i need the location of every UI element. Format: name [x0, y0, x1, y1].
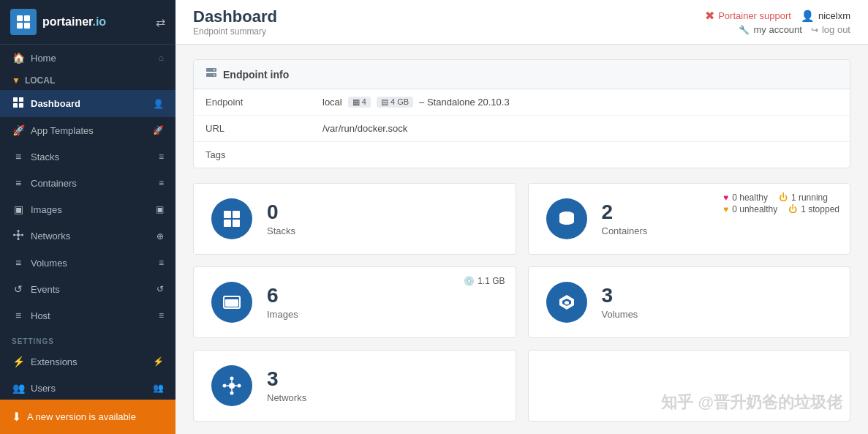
- logo: portainer.io: [10, 9, 106, 35]
- svg-point-33: [230, 392, 234, 395]
- stacks-count: 0: [267, 201, 498, 224]
- sidebar-item-volumes[interactable]: ≡ Volumes ≡: [0, 250, 176, 276]
- containers-right-icon: ≡: [159, 178, 164, 188]
- dashboard-grid: 0 Stacks 2 Containers: [193, 183, 850, 422]
- volumes-card-info: 3 Volumes: [602, 285, 833, 320]
- app-templates-right-icon: 🚀: [153, 125, 164, 135]
- user-icon: 👤: [801, 10, 815, 23]
- sidebar-item-dashboard[interactable]: Dashboard 👤: [0, 90, 176, 117]
- running-icon: ⏻: [779, 192, 788, 203]
- topbar-right: ✖ Portainer support 👤 nicelxm 🔧 my accou…: [705, 9, 850, 35]
- watermark: 知乎 @晋升奶爸的垃圾佬: [661, 392, 842, 414]
- support-label: Portainer support: [718, 10, 791, 21]
- watermark-card: 知乎 @晋升奶爸的垃圾佬: [528, 350, 851, 422]
- images-size: 1.1 GB: [478, 276, 505, 286]
- log-out-link[interactable]: ↪ log out: [811, 24, 850, 35]
- home-icon: 🏠: [12, 52, 25, 64]
- topbar-left: Dashboard Endpoint summary: [193, 7, 277, 37]
- sidebar-item-users[interactable]: 👥 Users 👥: [0, 375, 176, 400]
- images-card-info: 6 Images: [267, 285, 498, 320]
- standalone-label: – Standalone 20.10.3: [419, 97, 510, 108]
- svg-point-8: [17, 233, 20, 236]
- url-row: URL /var/run/docker.sock: [194, 116, 850, 142]
- images-card[interactable]: 6 Images 💿 1.1 GB: [193, 266, 516, 338]
- svg-rect-1: [24, 15, 30, 21]
- endpoint-info-table: Endpoint local ▦ 4 ▤ 4 GB – Standalo: [194, 89, 850, 168]
- my-account-link[interactable]: 🔧 my account: [739, 24, 801, 35]
- sidebar-item-containers[interactable]: ≡ Containers ≡: [0, 170, 176, 196]
- url-value: /var/run/docker.sock: [311, 116, 850, 142]
- stacks-card[interactable]: 0 Stacks: [193, 183, 516, 255]
- endpoint-info-body: Endpoint local ▦ 4 ▤ 4 GB – Standalo: [194, 89, 850, 168]
- tags-row: Tags: [194, 142, 850, 168]
- stacks-card-info: 0 Stacks: [267, 201, 498, 236]
- dashboard-label: Dashboard: [31, 98, 80, 109]
- svg-rect-4: [13, 97, 18, 102]
- volumes-icon: ≡: [12, 257, 25, 269]
- cpu-icon: ▦: [352, 97, 360, 106]
- transfer-icon[interactable]: ⇄: [156, 15, 165, 29]
- endpoint-label: Endpoint: [194, 89, 311, 116]
- app-templates-label: App Templates: [31, 125, 94, 136]
- wrench-icon: 🔧: [739, 25, 750, 35]
- svg-point-31: [229, 383, 235, 389]
- sidebar-navigation: 🏠 Home ⌂ ▼ LOCAL Dashboard: [0, 45, 176, 400]
- app-templates-icon: 🚀: [12, 124, 25, 136]
- bolt-icon: ▼: [12, 75, 20, 86]
- sidebar-item-events[interactable]: ↺ Events ↺: [0, 276, 176, 302]
- svg-point-19: [214, 70, 215, 71]
- containers-icon: ≡: [12, 177, 25, 189]
- users-icon: 👥: [12, 382, 25, 394]
- endpoint-row: Endpoint local ▦ 4 ▤ 4 GB – Standalo: [194, 89, 850, 116]
- svg-rect-0: [17, 15, 23, 21]
- svg-rect-24: [233, 220, 240, 227]
- healthy-icon: ♥: [723, 192, 728, 203]
- volumes-label: Volumes: [31, 258, 67, 269]
- svg-rect-3: [24, 23, 30, 29]
- containers-card[interactable]: 2 Containers ♥ 0 healthy ⏻ 1 running ♥ 0…: [528, 183, 851, 255]
- users-right-icon: 👥: [153, 383, 164, 393]
- sidebar-header: portainer.io ⇄: [0, 0, 176, 45]
- svg-point-9: [18, 230, 20, 232]
- mem-icon: ▤: [381, 97, 388, 106]
- page-subtitle: Endpoint summary: [193, 26, 277, 37]
- sidebar: portainer.io ⇄ 🏠 Home ⌂ ▼ LOCAL: [0, 0, 176, 434]
- healthy-count: 0 healthy: [732, 192, 768, 203]
- endpoint-info-title: Endpoint info: [223, 69, 289, 81]
- networks-label: Networks: [267, 392, 498, 403]
- sidebar-item-app-templates[interactable]: 🚀 App Templates 🚀: [0, 117, 176, 143]
- svg-rect-21: [224, 211, 231, 218]
- sidebar-item-extensions[interactable]: ⚡ Extensions ⚡: [0, 348, 176, 375]
- networks-card[interactable]: 3 Networks: [193, 350, 516, 422]
- new-version-label: A new version is available: [27, 411, 136, 422]
- volumes-count: 3: [602, 285, 833, 307]
- volumes-label: Volumes: [602, 309, 833, 320]
- new-version-banner[interactable]: ⬇ A new version is available: [0, 400, 176, 434]
- dashboard-icon: [12, 97, 25, 110]
- stacks-icon: ≡: [12, 151, 25, 162]
- networks-card-info: 3 Networks: [267, 368, 498, 403]
- images-count: 6: [267, 285, 498, 307]
- sidebar-item-host[interactable]: ≡ Host ≡: [0, 302, 176, 329]
- volumes-card[interactable]: 3 Volumes: [528, 266, 851, 338]
- portainer-support-link[interactable]: ✖ Portainer support 👤 nicelxm: [705, 9, 850, 23]
- sidebar-item-home[interactable]: 🏠 Home ⌂: [0, 45, 176, 71]
- running-count: 1 running: [791, 192, 828, 203]
- images-label: Images: [267, 309, 498, 320]
- username-label: nicelxm: [818, 10, 850, 21]
- svg-point-10: [18, 238, 20, 240]
- stacks-right-icon: ≡: [159, 151, 164, 162]
- volumes-card-icon: [546, 282, 587, 323]
- sidebar-item-stacks[interactable]: ≡ Stacks ≡: [0, 143, 176, 170]
- sidebar-item-networks[interactable]: Networks ⊕: [0, 222, 176, 250]
- images-card-icon: [211, 282, 252, 323]
- sidebar-item-images[interactable]: ▣ Images ▣: [0, 196, 176, 222]
- stacks-label: Stacks: [267, 225, 498, 236]
- svg-rect-2: [17, 23, 23, 29]
- users-label: Users: [31, 383, 56, 394]
- tags-value: [311, 142, 850, 168]
- networks-card-icon: [211, 365, 252, 406]
- svg-rect-23: [224, 220, 231, 227]
- topbar: Dashboard Endpoint summary ✖ Portainer s…: [176, 0, 868, 45]
- disk-icon: 💿: [464, 276, 475, 286]
